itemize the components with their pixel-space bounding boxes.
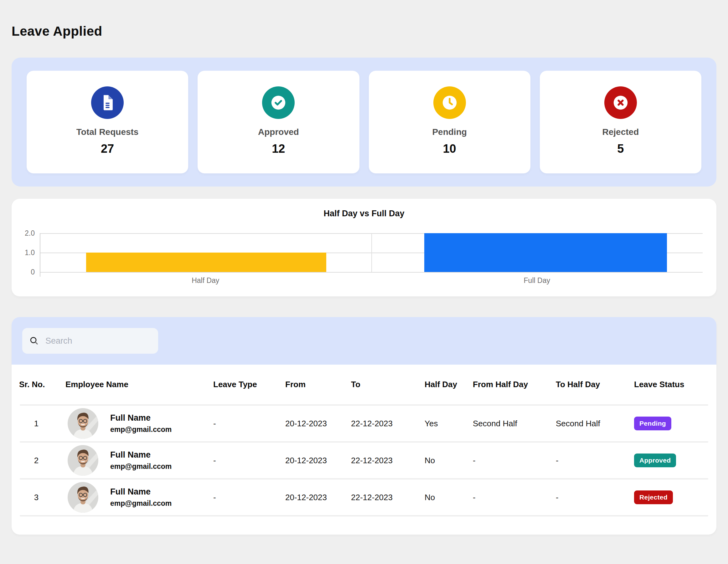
leave-type-cell: - [213, 456, 285, 465]
col-header-from: From [285, 380, 351, 389]
col-header-leave-status: Leave Status [634, 380, 709, 389]
to-half-day-cell: Second Half [556, 419, 634, 428]
avatar [68, 408, 98, 439]
col-header-to-half-day: To Half Day [556, 380, 634, 389]
gridline [40, 272, 703, 273]
col-header-half-day: Half Day [425, 380, 473, 389]
from-cell: 20-12-2023 [285, 419, 351, 428]
half-day-cell: Yes [425, 419, 473, 428]
employee-cell: Full Name emp@gmail.ccom [54, 408, 213, 439]
check-circle-icon [262, 86, 295, 119]
chart-title: Half Day vs Full Day [12, 208, 716, 219]
stat-value: 10 [443, 142, 456, 156]
from-cell: 20-12-2023 [285, 493, 351, 502]
from-half-day-cell: - [473, 456, 556, 465]
employee-identity: Full Name emp@gmail.ccom [110, 487, 172, 508]
stat-value: 27 [101, 142, 114, 156]
col-header-employee-name: Employee Name [54, 380, 213, 389]
col-header-from-half-day: From Half Day [473, 380, 556, 389]
page-title: Leave Applied [12, 0, 716, 39]
stat-label: Approved [258, 127, 299, 137]
leave-status-cell: Approved [634, 453, 709, 467]
leave-type-cell: - [213, 419, 285, 428]
half-day-vs-full-day-chart: Half Day vs Full Day 2.0 1.0 0 Half Day … [12, 199, 716, 296]
col-header-sr-no: Sr. No. [19, 380, 54, 389]
table-row: 3 [12, 479, 716, 515]
gridline-vertical [371, 233, 372, 272]
x-axis-label-full-day: Full Day [524, 277, 550, 285]
from-cell: 20-12-2023 [285, 456, 351, 465]
from-half-day-cell: - [473, 493, 556, 502]
half-day-cell: No [425, 493, 473, 502]
to-cell: 22-12-2023 [351, 419, 425, 428]
stat-card-pending: Pending 10 [369, 71, 530, 173]
stat-label: Rejected [602, 127, 639, 137]
y-axis-tick-label: 0 [14, 268, 35, 277]
status-badge: Pending [634, 416, 671, 430]
employee-identity: Full Name emp@gmail.ccom [110, 450, 172, 471]
employee-email: emp@gmail.ccom [110, 462, 172, 471]
search-input[interactable] [45, 336, 151, 346]
stat-value: 12 [272, 142, 285, 156]
table-row: 2 [12, 442, 716, 478]
stat-label: Total Requests [76, 127, 139, 137]
col-header-leave-type: Leave Type [213, 380, 285, 389]
stat-label: Pending [432, 127, 467, 137]
avatar [68, 445, 98, 476]
from-half-day-cell: Second Half [473, 419, 556, 428]
leave-requests-table-card: Sr. No. Employee Name Leave Type From To… [12, 317, 716, 535]
stat-card-total-requests: Total Requests 27 [27, 71, 188, 173]
table-toolbar [12, 317, 716, 365]
to-half-day-cell: - [556, 456, 634, 465]
search-box[interactable] [22, 328, 158, 354]
table-header-row: Sr. No. Employee Name Leave Type From To… [12, 365, 716, 404]
clock-icon [433, 86, 466, 119]
sr-no-cell: 1 [19, 419, 54, 428]
to-half-day-cell: - [556, 493, 634, 502]
x-axis-label-half-day: Half Day [192, 277, 219, 285]
to-cell: 22-12-2023 [351, 456, 425, 465]
leave-type-cell: - [213, 493, 285, 502]
y-axis-tick-label: 2.0 [14, 229, 35, 238]
to-cell: 22-12-2023 [351, 493, 425, 502]
stat-value: 5 [617, 142, 624, 156]
bar-half-day [86, 253, 326, 272]
leave-status-cell: Pending [634, 416, 709, 430]
status-badge: Rejected [634, 490, 673, 504]
employee-identity: Full Name emp@gmail.ccom [110, 413, 172, 434]
leave-status-cell: Rejected [634, 490, 709, 504]
y-axis-tick-label: 1.0 [14, 249, 35, 257]
stat-card-approved: Approved 12 [198, 71, 359, 173]
sr-no-cell: 2 [19, 456, 54, 465]
y-axis-line [40, 233, 40, 277]
bar-full-day [424, 233, 667, 272]
chart-plot-area: 2.0 1.0 0 [40, 233, 703, 272]
employee-email: emp@gmail.ccom [110, 425, 172, 434]
col-header-to: To [351, 380, 425, 389]
row-divider [20, 515, 708, 516]
employee-cell: Full Name emp@gmail.ccom [54, 482, 213, 513]
table-row: 1 [12, 406, 716, 441]
document-icon [91, 86, 124, 119]
x-circle-icon [604, 86, 637, 119]
stat-card-rejected: Rejected 5 [540, 71, 701, 173]
search-icon [29, 336, 39, 346]
employee-name: Full Name [110, 450, 172, 460]
avatar [68, 482, 98, 513]
half-day-cell: No [425, 456, 473, 465]
employee-name: Full Name [110, 413, 172, 423]
status-badge: Approved [634, 453, 676, 467]
employee-cell: Full Name emp@gmail.ccom [54, 445, 213, 476]
sr-no-cell: 3 [19, 493, 54, 502]
employee-name: Full Name [110, 487, 172, 497]
employee-email: emp@gmail.ccom [110, 499, 172, 508]
stats-section: Total Requests 27 Approved 12 Pending 10 [12, 58, 716, 187]
x-axis: Half Day Full Day [40, 277, 703, 286]
